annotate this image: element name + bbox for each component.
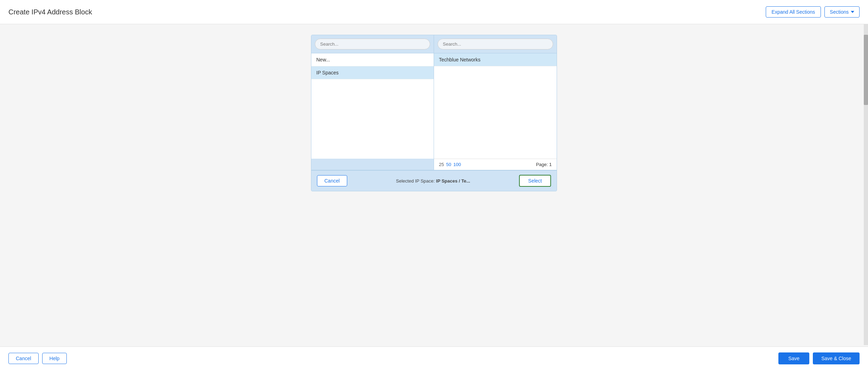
right-panel: Techblue Networks 25 50 100 Page: 1 bbox=[434, 35, 557, 170]
pagination-bar: 25 50 100 Page: 1 bbox=[434, 159, 557, 170]
page-size-50-link[interactable]: 50 bbox=[446, 162, 451, 167]
selected-value: IP Spaces / Te... bbox=[436, 178, 470, 184]
page-info: Page: 1 bbox=[536, 162, 552, 167]
dialog-panels: New... IP Spaces Techblue Networks bbox=[311, 35, 557, 170]
left-search-box bbox=[311, 35, 434, 53]
page-header: Create IPv4 Address Block Expand All Sec… bbox=[0, 0, 868, 24]
select-button[interactable]: Select bbox=[519, 175, 551, 187]
page-number: 1 bbox=[549, 162, 552, 167]
scrollbar-thumb[interactable] bbox=[864, 35, 868, 105]
expand-all-sections-button[interactable]: Expand All Sections bbox=[766, 6, 821, 18]
sections-button[interactable]: Sections bbox=[824, 6, 860, 18]
dialog-cancel-button[interactable]: Cancel bbox=[317, 175, 347, 186]
left-panel: New... IP Spaces bbox=[311, 35, 434, 170]
scrollbar-track[interactable] bbox=[864, 24, 868, 345]
left-search-input[interactable] bbox=[315, 39, 430, 49]
ip-space-picker-dialog: New... IP Spaces Techblue Networks bbox=[311, 35, 557, 191]
page-title: Create IPv4 Address Block bbox=[8, 8, 92, 16]
left-list-area: New... IP Spaces bbox=[311, 53, 434, 159]
list-item[interactable]: Techblue Networks bbox=[434, 53, 557, 66]
right-search-input[interactable] bbox=[438, 39, 553, 49]
selected-label: Selected IP Space: bbox=[396, 178, 435, 184]
right-search-box bbox=[434, 35, 557, 53]
sections-label: Sections bbox=[830, 9, 849, 15]
page-size-25: 25 bbox=[439, 162, 444, 167]
page-size-100-link[interactable]: 100 bbox=[453, 162, 461, 167]
chevron-down-icon bbox=[851, 11, 854, 13]
dialog-footer: Cancel Selected IP Space: IP Spaces / Te… bbox=[311, 170, 557, 191]
header-actions: Expand All Sections Sections bbox=[766, 6, 860, 18]
page-sizes: 25 50 100 bbox=[439, 162, 461, 167]
selected-ip-space-info: Selected IP Space: IP Spaces / Te... bbox=[396, 178, 470, 184]
right-list-area: Techblue Networks bbox=[434, 53, 557, 159]
list-item[interactable]: IP Spaces bbox=[311, 66, 434, 79]
main-content: New... IP Spaces Techblue Networks bbox=[0, 24, 868, 345]
page-label: Page: bbox=[536, 162, 548, 167]
list-item[interactable]: New... bbox=[311, 53, 434, 66]
